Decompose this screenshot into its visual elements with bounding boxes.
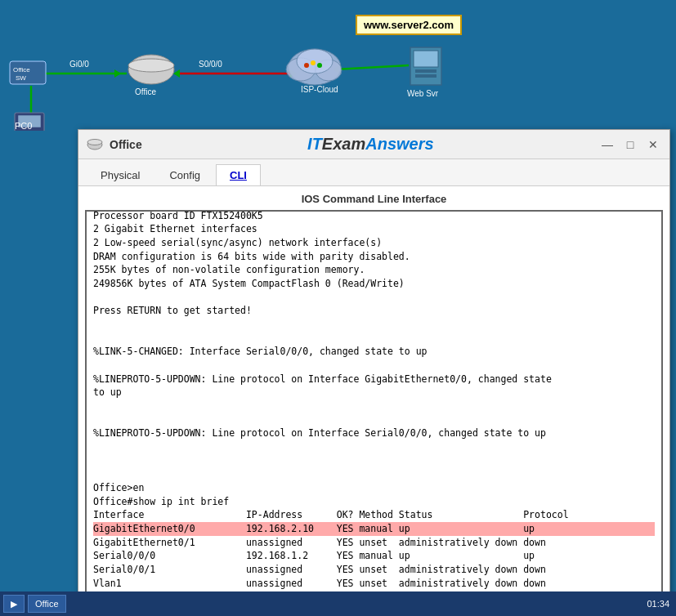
window-controls: — □ ✕ bbox=[599, 136, 661, 153]
taskbar-time: 01:34 bbox=[647, 599, 669, 609]
tab-cli[interactable]: CLI bbox=[216, 164, 261, 185]
logo-exam: Exam bbox=[322, 135, 365, 153]
close-button[interactable]: ✕ bbox=[645, 136, 661, 153]
svg-text:Office: Office bbox=[135, 87, 156, 96]
cli-output: Cisco CISCO1941/K9 (revision 1.0) with 4… bbox=[93, 210, 655, 604]
pc0-label: PC0 bbox=[15, 121, 32, 131]
svg-text:S0/0/0: S0/0/0 bbox=[199, 60, 222, 69]
tab-physical[interactable]: Physical bbox=[87, 164, 154, 185]
maximize-button[interactable]: □ bbox=[622, 136, 638, 153]
exam-answers-logo: ITExamAnswers bbox=[142, 135, 599, 154]
window-content: IOS Command Line Interface Cisco CISCO19… bbox=[78, 186, 669, 616]
tabs-bar: Physical Config CLI bbox=[78, 159, 669, 186]
svg-point-14 bbox=[128, 59, 174, 72]
router-icon bbox=[87, 136, 103, 153]
svg-text:ISP-Cloud: ISP-Cloud bbox=[301, 85, 338, 94]
svg-point-22 bbox=[317, 63, 322, 68]
svg-rect-27 bbox=[415, 74, 436, 78]
svg-point-21 bbox=[311, 60, 316, 65]
svg-rect-26 bbox=[415, 69, 436, 73]
section-title: IOS Command Line Interface bbox=[85, 193, 663, 205]
svg-text:Office: Office bbox=[13, 66, 30, 74]
svg-point-34 bbox=[87, 139, 102, 145]
tab-config[interactable]: Config bbox=[155, 164, 214, 185]
window-title: Office bbox=[110, 138, 142, 151]
logo-it: IT bbox=[307, 135, 322, 153]
cli-terminal[interactable]: Cisco CISCO1941/K9 (revision 1.0) with 4… bbox=[85, 210, 663, 610]
svg-rect-25 bbox=[414, 51, 438, 67]
window-titlebar: Office ITExamAnswers — □ ✕ bbox=[78, 130, 669, 159]
minimize-button[interactable]: — bbox=[599, 136, 616, 153]
taskbar: ▶ Office 01:34 bbox=[0, 591, 676, 616]
svg-point-20 bbox=[304, 63, 309, 68]
taskbar-start[interactable]: ▶ bbox=[3, 595, 25, 613]
svg-line-2 bbox=[335, 65, 409, 69]
svg-text:SW: SW bbox=[16, 74, 26, 82]
svg-marker-6 bbox=[114, 69, 121, 78]
network-diagram: www.server2.com Gi0/0 S0/0/0 Office SW O… bbox=[0, 0, 676, 143]
taskbar-office-item[interactable]: Office bbox=[28, 595, 66, 613]
network-topology: Gi0/0 S0/0/0 Office SW Office ISP-Cloud … bbox=[0, 25, 556, 131]
svg-text:Web Svr: Web Svr bbox=[407, 89, 439, 98]
svg-text:Gi0/0: Gi0/0 bbox=[69, 60, 89, 69]
logo-answers: Answers bbox=[365, 135, 433, 153]
title-left: Office bbox=[87, 136, 142, 153]
office-window: Office ITExamAnswers — □ ✕ Physical Conf… bbox=[78, 129, 670, 611]
